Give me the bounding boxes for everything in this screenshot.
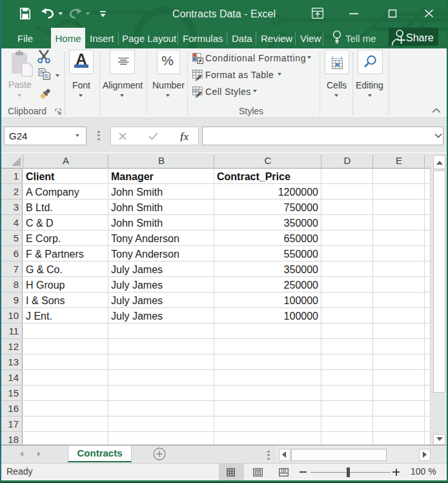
- svg-text:fx: fx: [180, 131, 188, 141]
